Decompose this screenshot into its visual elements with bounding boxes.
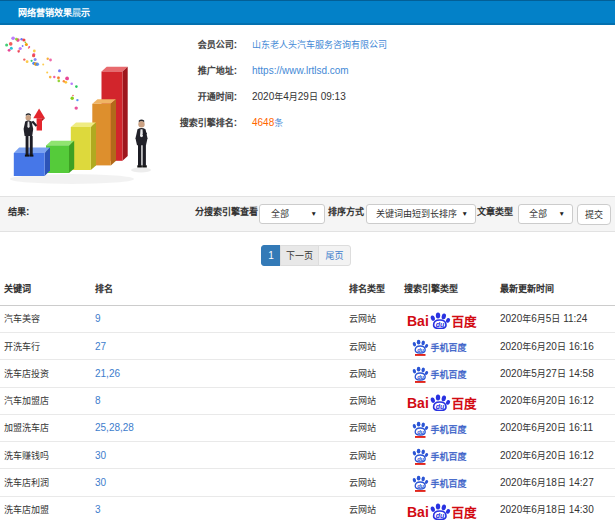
svg-text:手机百度: 手机百度: [431, 423, 467, 436]
svg-text:手机百度: 手机百度: [431, 368, 467, 381]
svg-text:手机百度: 手机百度: [431, 450, 467, 463]
svg-text:Bai: Bai: [407, 312, 429, 328]
svg-text:du: du: [436, 321, 445, 328]
svg-text:手机百度: 手机百度: [431, 341, 467, 354]
svg-text:Bai: Bai: [407, 394, 429, 410]
svg-text:手机百度: 手机百度: [431, 477, 467, 490]
svg-text:百度: 百度: [452, 393, 478, 411]
svg-text:百度: 百度: [452, 502, 478, 520]
svg-text:du: du: [417, 456, 424, 462]
svg-text:du: du: [417, 483, 424, 489]
svg-text:du: du: [417, 347, 424, 353]
svg-text:du: du: [417, 374, 424, 380]
svg-text:百度: 百度: [452, 311, 478, 329]
svg-text:Bai: Bai: [407, 503, 429, 519]
svg-text:du: du: [417, 429, 424, 435]
svg-text:du: du: [436, 403, 445, 410]
svg-text:du: du: [436, 512, 445, 519]
